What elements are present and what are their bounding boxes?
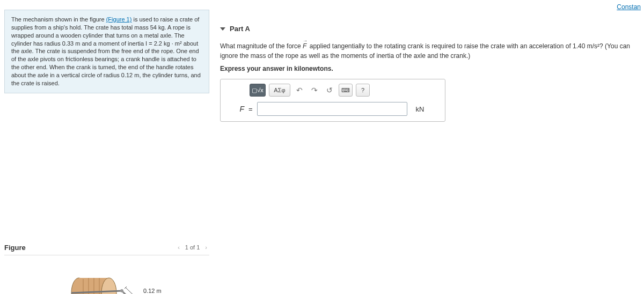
force-vector-symbol: F (303, 42, 308, 50)
answer-variable: F (226, 105, 244, 113)
figure-canvas: 0.12 m F (4, 255, 209, 294)
undo-button[interactable]: ↶ (294, 84, 305, 97)
answer-row: F = kN (226, 102, 440, 116)
svg-line-15 (126, 288, 139, 294)
equals-sign: = (248, 105, 253, 113)
right-column: Part A What magnitude of the force F app… (220, 25, 639, 122)
crank-radius-label: 0.12 m (143, 288, 162, 294)
constants-link[interactable]: Constan (617, 3, 641, 11)
symbols-button[interactable]: ΑΣφ (269, 84, 290, 97)
answer-toolbar: ▢√x ΑΣφ ↶ ↷ ↺ ⌨ ? (250, 84, 440, 97)
problem-text-after: is used to raise a crate of supplies fro… (11, 16, 201, 86)
figure-link[interactable]: (Figure 1) (106, 16, 132, 23)
part-header[interactable]: Part A (220, 25, 639, 33)
answer-instruction: Express your answer in kilonewtons. (220, 65, 639, 72)
svg-point-14 (120, 289, 123, 292)
reset-button[interactable]: ↺ (324, 84, 335, 97)
answer-input[interactable] (257, 102, 407, 116)
answer-unit: kN (416, 105, 425, 113)
question-text: What magnitude of the force F applied ta… (220, 41, 639, 61)
keyboard-button[interactable]: ⌨ (339, 84, 353, 97)
figure-title: Figure (4, 244, 26, 252)
problem-text-before: The mechanism shown in the figure (11, 16, 106, 23)
figure-prev-button[interactable]: ‹ (175, 244, 182, 251)
figure-nav: ‹ 1 of 1 › (175, 244, 209, 251)
problem-statement: The mechanism shown in the figure (Figur… (4, 10, 209, 93)
question-before: What magnitude of the force (220, 42, 303, 50)
chevron-down-icon[interactable] (220, 27, 225, 31)
answer-box: ▢√x ΑΣφ ↶ ↷ ↺ ⌨ ? F = kN (220, 79, 445, 122)
figure-section: Figure ‹ 1 of 1 › (4, 244, 209, 294)
mechanism-diagram: 0.12 m F (37, 266, 177, 294)
part-title: Part A (230, 25, 250, 33)
left-column: The mechanism shown in the figure (Figur… (4, 10, 209, 294)
redo-button[interactable]: ↷ (309, 84, 320, 97)
help-button[interactable]: ? (356, 84, 370, 97)
templates-button[interactable]: ▢√x (250, 84, 266, 97)
svg-line-12 (122, 291, 135, 294)
figure-nav-label: 1 of 1 (185, 244, 200, 251)
figure-next-button[interactable]: › (203, 244, 209, 251)
